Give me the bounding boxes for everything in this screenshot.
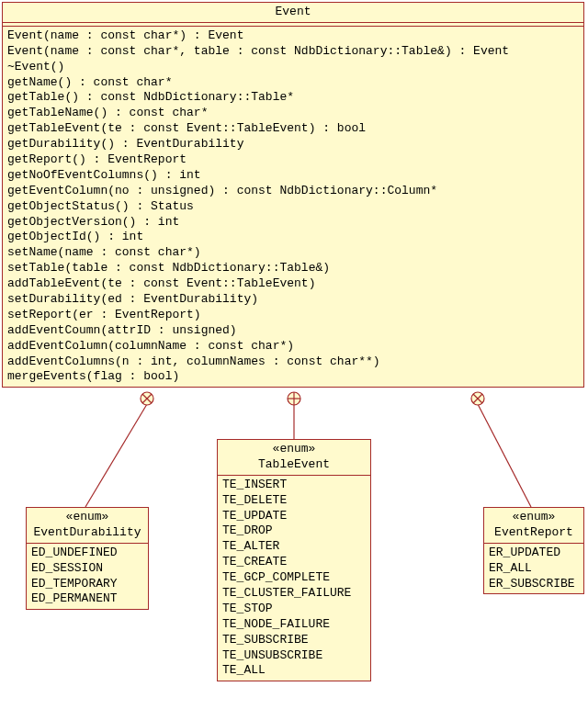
enum-eventreport-title: «enum» EventReport: [484, 508, 583, 544]
member: getReport() : EventReport: [7, 152, 579, 168]
enum-tableevent-title: «enum» TableEvent: [218, 440, 370, 476]
member: addEventCoumn(attrID : unsigned): [7, 323, 579, 339]
enum-eventreport: «enum» EventReport ER_UPDATEDER_ALLER_SU…: [483, 507, 584, 594]
member: Event(name : const char*) : Event: [7, 28, 579, 44]
member: getTableEvent(te : const Event::TableEve…: [7, 121, 579, 137]
enum-tableevent-members: TE_INSERTTE_DELETETE_UPDATETE_DROPTE_ALT…: [218, 476, 370, 681]
stereotype: «enum»: [488, 510, 580, 525]
member: getEventColumn(no : unsigned) : const Nd…: [7, 184, 579, 199]
member: TE_DELETE: [222, 493, 366, 509]
member: TE_CREATE: [222, 555, 366, 570]
svg-point-6: [288, 392, 300, 405]
member: ED_UNDEFINED: [31, 546, 143, 561]
member: getDurability() : EventDurability: [7, 137, 579, 152]
svg-point-3: [141, 392, 153, 405]
member: TE_UPDATE: [222, 509, 366, 524]
enum-eventdurability-members: ED_UNDEFINEDED_SESSIONED_TEMPORARYED_PER…: [27, 544, 148, 610]
class-event: Event Event(name : const char*) : EventE…: [2, 2, 584, 388]
member: getName() : const char*: [7, 75, 579, 91]
class-event-title: Event: [3, 3, 583, 23]
member: TE_INSERT: [222, 478, 366, 493]
member: addEventColumn(columnName : const char*): [7, 339, 579, 354]
member: TE_UNSUBSCRIBE: [222, 648, 366, 664]
svg-point-9: [471, 392, 484, 405]
member: TE_ALTER: [222, 539, 366, 555]
class-event-members: Event(name : const char*) : EventEvent(n…: [3, 27, 583, 387]
member: getObjectVersion() : int: [7, 215, 579, 231]
member: setTable(table : const NdbDictionary::Ta…: [7, 261, 579, 276]
stereotype: «enum»: [30, 510, 144, 525]
enum-tableevent: «enum» TableEvent TE_INSERTTE_DELETETE_U…: [217, 439, 371, 681]
stereotype: «enum»: [221, 442, 367, 457]
enum-eventdurability-title: «enum» EventDurability: [27, 508, 148, 544]
member: setDurability(ed : EventDurability): [7, 292, 579, 308]
member: getObjectStatus() : Status: [7, 199, 579, 215]
member: getTableName() : const char*: [7, 106, 579, 121]
member: mergeEvents(flag : bool): [7, 369, 579, 385]
member: TE_ALL: [222, 663, 366, 679]
enum-eventreport-members: ER_UPDATEDER_ALLER_SUBSCRIBE: [484, 544, 583, 594]
member: ER_SUBSCRIBE: [489, 577, 579, 592]
member: setReport(er : EventReport): [7, 308, 579, 323]
member: TE_SUBSCRIBE: [222, 633, 366, 648]
member: ED_SESSION: [31, 561, 143, 577]
member: ER_ALL: [489, 561, 579, 577]
svg-line-4: [142, 394, 152, 403]
member: TE_DROP: [222, 523, 366, 539]
member: getNoOfEventColumns() : int: [7, 168, 579, 184]
member: TE_CLUSTER_FAILURE: [222, 586, 366, 602]
svg-line-5: [142, 394, 152, 403]
svg-line-10: [473, 394, 482, 403]
member: ED_PERMANENT: [31, 591, 143, 607]
member: getObjectId() : int: [7, 230, 579, 245]
member: Event(name : const char*, table : const …: [7, 44, 579, 60]
svg-line-0: [85, 404, 147, 507]
svg-line-11: [473, 394, 482, 403]
title-label: EventDurability: [30, 525, 144, 541]
member: getTable() : const NdbDictionary::Table*: [7, 90, 579, 106]
member: addTableEvent(te : const Event::TableEve…: [7, 276, 579, 292]
title-label: EventReport: [488, 525, 580, 541]
member: ER_UPDATED: [489, 546, 579, 561]
title-label: TableEvent: [221, 457, 367, 473]
member: addEventColumns(n : int, columnNames : c…: [7, 354, 579, 370]
member: ~Event(): [7, 60, 579, 75]
member: setName(name : const char*): [7, 245, 579, 261]
svg-line-2: [478, 404, 531, 507]
enum-eventdurability: «enum» EventDurability ED_UNDEFINEDED_SE…: [26, 507, 149, 610]
member: TE_NODE_FAILURE: [222, 617, 366, 633]
member: ED_TEMPORARY: [31, 577, 143, 592]
member: TE_GCP_COMPLETE: [222, 570, 366, 586]
member: TE_STOP: [222, 602, 366, 617]
